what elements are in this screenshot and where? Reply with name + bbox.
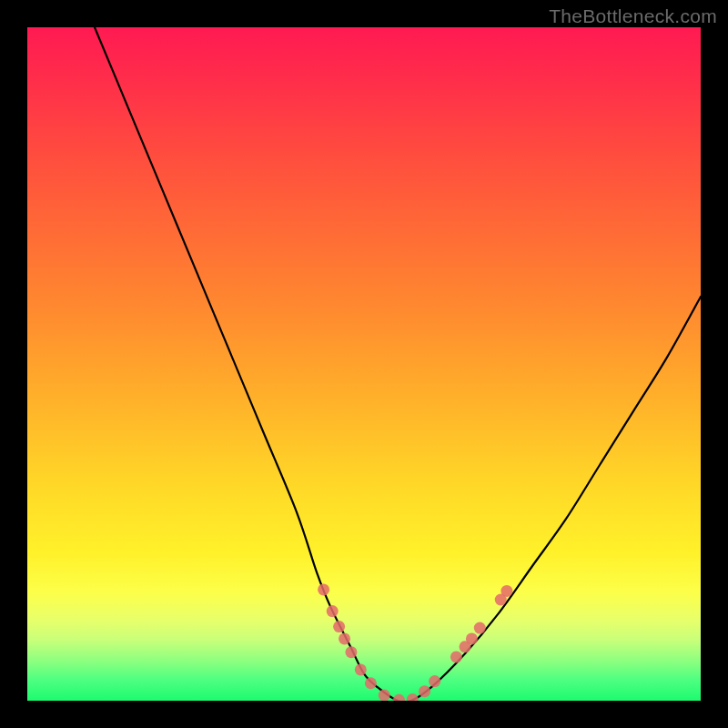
curve-marker [365,677,377,689]
curve-marker [466,632,478,644]
watermark-text: TheBottleneck.com [549,5,717,27]
curve-marker [474,622,486,634]
curve-marker [318,583,329,595]
curve-marker [450,651,462,662]
curve-marker [429,675,440,687]
curve-markers [318,583,512,701]
curve-marker [500,585,512,597]
curve-marker [345,646,357,658]
plot-area [27,27,701,701]
bottleneck-curve [95,27,701,701]
curve-marker [419,685,430,697]
curve-marker [407,693,419,701]
chart-frame: TheBottleneck.com [0,0,728,728]
curve-marker [333,621,345,632]
curve-marker [379,690,390,701]
curve-marker [393,694,405,701]
curve-marker [339,632,350,644]
curve-marker [327,605,339,617]
curve-svg [27,27,701,701]
curve-marker [355,663,367,675]
